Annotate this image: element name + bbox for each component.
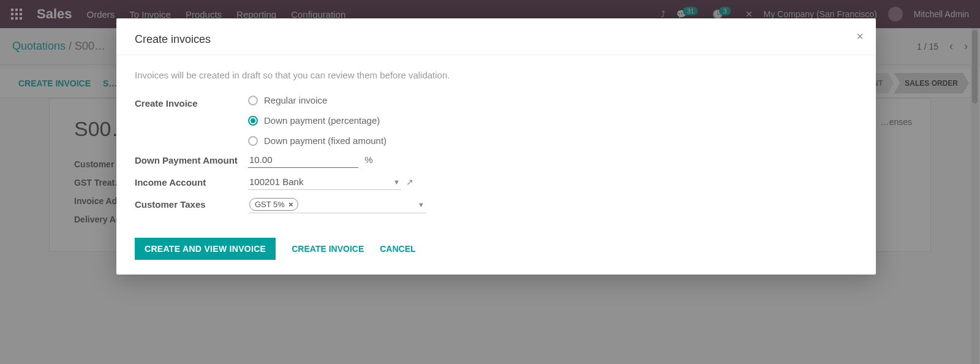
radio-dot	[248, 136, 258, 146]
chevron-down-icon: ▼	[393, 178, 400, 186]
radio-label: Regular invoice	[264, 95, 327, 105]
tag-remove-icon[interactable]: ×	[288, 200, 293, 209]
radio-down-payment-percentage[interactable]: Down payment (percentage)	[248, 115, 858, 126]
percent-suffix: %	[364, 154, 372, 165]
modal-footer: CREATE AND VIEW INVOICE CREATE INVOICE C…	[135, 238, 858, 260]
create-invoice-label: Create Invoice	[135, 95, 248, 110]
radio-regular-invoice[interactable]: Regular invoice	[248, 95, 858, 105]
down-payment-amount-input[interactable]	[248, 152, 358, 168]
modal-description: Invoices will be created in draft so tha…	[135, 70, 858, 80]
modal-title: Create invoices	[135, 33, 858, 46]
income-account-value: 100201 Bank	[249, 176, 303, 187]
tax-tag-label: GST 5%	[255, 200, 285, 209]
create-invoice-button[interactable]: CREATE INVOICE	[292, 244, 364, 254]
customer-taxes-label: Customer Taxes	[135, 196, 248, 211]
radio-down-payment-fixed[interactable]: Down payment (fixed amount)	[248, 135, 858, 146]
radio-dot-selected	[248, 116, 258, 126]
radio-label: Down payment (fixed amount)	[264, 135, 386, 146]
create-and-view-invoice-button[interactable]: CREATE AND VIEW INVOICE	[135, 238, 276, 260]
radio-label: Down payment (percentage)	[264, 115, 380, 126]
external-link-icon[interactable]: ↗	[406, 177, 413, 187]
radio-dot	[248, 96, 258, 105]
customer-taxes-select[interactable]: GST 5% × ▼	[248, 196, 426, 213]
income-account-label: Income Account	[135, 174, 248, 189]
invoice-type-radios: Regular invoice Down payment (percentage…	[248, 95, 858, 146]
down-payment-amount-label: Down Payment Amount	[135, 152, 248, 167]
chevron-down-icon: ▼	[418, 201, 424, 208]
create-invoices-modal: Create invoices × Invoices will be creat…	[116, 18, 876, 275]
modal-divider	[116, 55, 876, 55]
income-account-select[interactable]: 100201 Bank ▼	[248, 174, 401, 190]
close-icon[interactable]: ×	[856, 29, 864, 44]
tax-tag[interactable]: GST 5% ×	[249, 198, 298, 211]
cancel-button[interactable]: CANCEL	[380, 244, 415, 254]
